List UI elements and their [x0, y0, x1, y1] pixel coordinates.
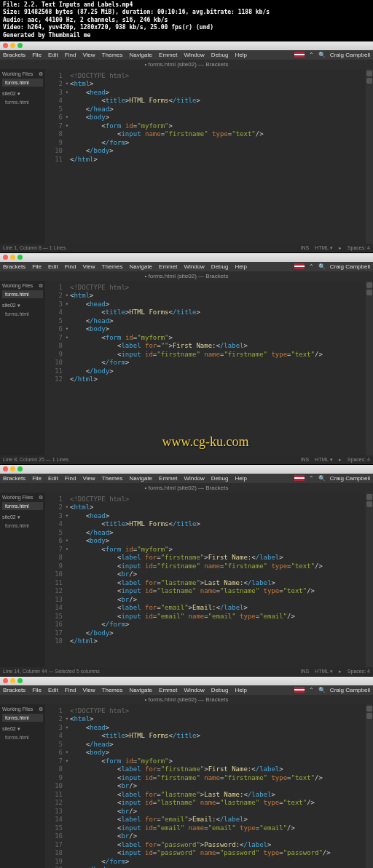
menu-file[interactable]: File	[32, 52, 42, 58]
sidebar-gear-icon[interactable]: ⚙	[39, 71, 43, 77]
menu-navigate[interactable]: Navigate	[129, 687, 152, 693]
status-lang[interactable]: HTML ▾	[315, 245, 333, 251]
user-name[interactable]: Craig Campbell	[330, 687, 370, 693]
close-window-icon[interactable]	[3, 255, 8, 260]
status-spaces[interactable]: Spaces: 4	[348, 669, 370, 674]
minimize-window-icon[interactable]	[10, 466, 15, 471]
project-file[interactable]: forms.html	[2, 733, 43, 741]
menu-find[interactable]: Find	[65, 475, 76, 482]
menu-themes[interactable]: Themes	[102, 263, 123, 270]
code-area[interactable]: <!DOCTYPE html> <html> <head> <title>HTM…	[67, 281, 366, 455]
menu-help[interactable]: Help	[235, 475, 246, 482]
status-ins[interactable]: INS	[300, 669, 309, 674]
menu-help[interactable]: Help	[235, 52, 246, 58]
status-spaces[interactable]: Spaces: 4	[348, 457, 370, 463]
code-area[interactable]: <!DOCTYPE html> <html> <head> <title>HTM…	[67, 493, 366, 667]
search-icon[interactable]: 🔍	[318, 52, 326, 58]
code-area[interactable]: <!DOCTYPE html> <html> <head> <title>HTM…	[67, 69, 366, 244]
menu-view[interactable]: View	[82, 263, 95, 270]
menu-file[interactable]: File	[32, 263, 42, 270]
menu-edit[interactable]: Edit	[48, 475, 58, 482]
menu-brackets[interactable]: Brackets	[3, 263, 25, 270]
project-head[interactable]: site02 ▾	[2, 514, 43, 520]
project-file[interactable]: forms.html	[2, 98, 43, 106]
minimize-window-icon[interactable]	[10, 678, 15, 683]
code-editor[interactable]: 123456789101112 <!DOCTYPE html> <html> <…	[45, 281, 366, 455]
menu-view[interactable]: View	[82, 52, 95, 58]
status-arrow[interactable]: ▸	[339, 669, 342, 674]
tab-title[interactable]: • forms.html (site02) — Brackets	[145, 485, 229, 491]
zoom-window-icon[interactable]	[17, 43, 23, 48]
menu-window[interactable]: Window	[184, 52, 204, 58]
menu-window[interactable]: Window	[184, 475, 204, 482]
code-area[interactable]: <!DOCTYPE html> <html> <head> <title>HTM…	[67, 704, 366, 868]
sidebar-gear-icon[interactable]: ⚙	[39, 706, 43, 712]
status-spaces[interactable]: Spaces: 4	[348, 245, 370, 251]
code-editor[interactable]: 1234567891011 <!DOCTYPE html> <html> <he…	[45, 69, 366, 244]
menu-emmet[interactable]: Emmet	[159, 687, 177, 693]
wifi-icon[interactable]: ⌃	[309, 687, 314, 693]
menu-navigate[interactable]: Navigate	[129, 475, 152, 482]
flag-icon[interactable]	[294, 475, 305, 481]
code-editor[interactable]: 123456789101112131415161718 <!DOCTYPE ht…	[45, 493, 366, 667]
menu-debug[interactable]: Debug	[211, 52, 229, 58]
project-head[interactable]: site02 ▾	[2, 91, 43, 97]
menu-debug[interactable]: Debug	[211, 475, 229, 482]
menu-themes[interactable]: Themes	[102, 687, 123, 693]
menu-edit[interactable]: Edit	[48, 263, 58, 270]
user-name[interactable]: Craig Campbell	[330, 475, 370, 482]
project-head[interactable]: site02 ▾	[2, 303, 43, 308]
search-icon[interactable]: 🔍	[318, 263, 326, 270]
project-file[interactable]: forms.html	[2, 522, 43, 530]
code-editor[interactable]: 123456789101112131415161718192021 <!DOCT…	[45, 704, 366, 868]
menu-brackets[interactable]: Brackets	[3, 687, 25, 693]
menu-brackets[interactable]: Brackets	[3, 475, 25, 482]
wifi-icon[interactable]: ⌃	[309, 475, 314, 482]
working-file[interactable]: forms.html	[2, 502, 43, 510]
menu-debug[interactable]: Debug	[211, 263, 229, 270]
user-name[interactable]: Craig Campbell	[330, 52, 370, 58]
project-head[interactable]: site02 ▾	[2, 726, 43, 732]
tab-title[interactable]: • forms.html (site02) — Brackets	[145, 61, 229, 68]
status-ins[interactable]: INS	[300, 245, 309, 251]
search-icon[interactable]: 🔍	[318, 687, 326, 693]
close-window-icon[interactable]	[3, 43, 8, 48]
menu-edit[interactable]: Edit	[48, 687, 58, 693]
flag-icon[interactable]	[294, 687, 305, 693]
menu-file[interactable]: File	[32, 475, 42, 482]
live-preview-icon[interactable]	[366, 71, 372, 76]
tab-title[interactable]: • forms.html (site02) — Brackets	[145, 696, 229, 703]
menu-debug[interactable]: Debug	[211, 687, 229, 693]
extension-icon[interactable]	[366, 78, 372, 84]
menu-themes[interactable]: Themes	[102, 475, 123, 482]
minimize-window-icon[interactable]	[10, 43, 15, 48]
menu-navigate[interactable]: Navigate	[129, 52, 152, 58]
menu-emmet[interactable]: Emmet	[159, 475, 177, 482]
menu-window[interactable]: Window	[184, 263, 204, 270]
status-lang[interactable]: HTML ▾	[315, 669, 333, 674]
project-file[interactable]: forms.html	[2, 310, 43, 318]
close-window-icon[interactable]	[3, 678, 8, 683]
flag-icon[interactable]	[294, 52, 305, 57]
status-arrow[interactable]: ▸	[339, 245, 342, 251]
menu-brackets[interactable]: Brackets	[3, 52, 25, 58]
menu-window[interactable]: Window	[184, 687, 204, 693]
menu-find[interactable]: Find	[65, 52, 76, 58]
status-lang[interactable]: HTML ▾	[315, 457, 333, 463]
menu-emmet[interactable]: Emmet	[159, 52, 177, 58]
working-file[interactable]: forms.html	[2, 290, 43, 298]
search-icon[interactable]: 🔍	[318, 475, 326, 482]
menu-emmet[interactable]: Emmet	[159, 263, 177, 270]
menu-themes[interactable]: Themes	[102, 52, 123, 58]
extension-icon[interactable]	[366, 713, 372, 719]
menu-find[interactable]: Find	[65, 263, 76, 270]
flag-icon[interactable]	[294, 263, 305, 269]
live-preview-icon[interactable]	[366, 706, 372, 712]
wifi-icon[interactable]: ⌃	[309, 263, 314, 270]
menu-find[interactable]: Find	[65, 687, 76, 693]
menu-view[interactable]: View	[82, 687, 95, 693]
minimize-window-icon[interactable]	[10, 255, 15, 260]
zoom-window-icon[interactable]	[17, 678, 23, 683]
menu-file[interactable]: File	[32, 687, 42, 693]
working-file[interactable]: forms.html	[2, 714, 43, 722]
